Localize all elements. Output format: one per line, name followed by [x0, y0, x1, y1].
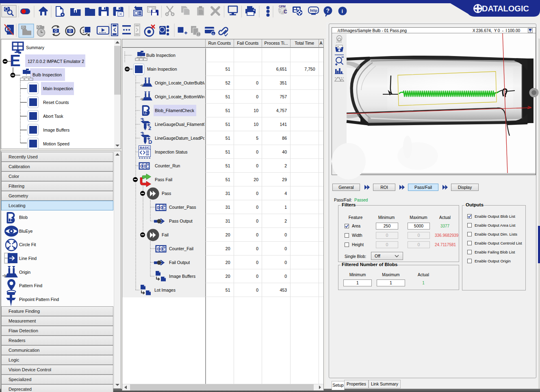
svg-text:7: 7	[164, 208, 166, 211]
svg-text:BASIC: BASIC	[140, 146, 150, 149]
svg-text:7: 7	[147, 166, 149, 170]
svg-text:7: 7	[164, 249, 166, 253]
svg-text:D: D	[148, 139, 152, 145]
svg-text:0: 0	[157, 205, 159, 210]
svg-text:0: 0	[140, 164, 143, 169]
svg-text:0: 0	[144, 164, 146, 169]
svg-text:0: 0	[157, 247, 159, 251]
svg-text:0: 0	[160, 247, 163, 251]
svg-text:2: 2	[148, 125, 151, 131]
svg-text:DATALOGIC: DATALOGIC	[482, 4, 529, 13]
svg-text:0: 0	[160, 205, 163, 210]
